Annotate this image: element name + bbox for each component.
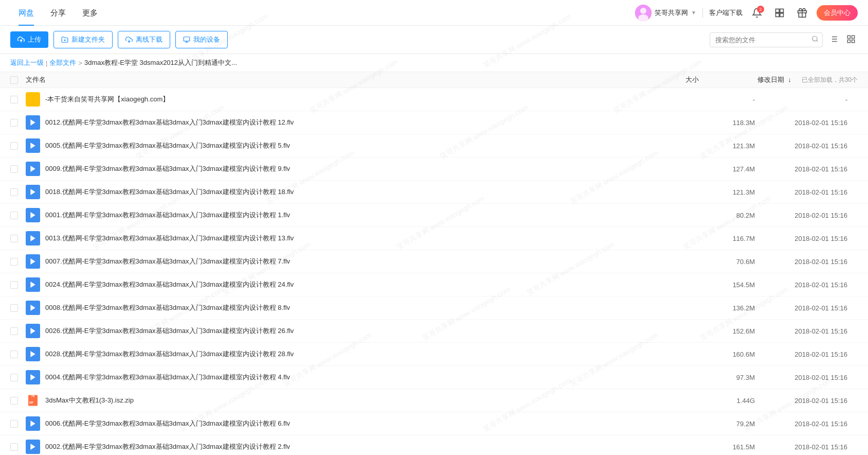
row-check[interactable] [10, 235, 26, 242]
file-size: - [683, 96, 755, 103]
file-row[interactable]: 0018.优酷网-E学堂3dmax教程3dmax基础3dmax入门3dmax建模… [0, 181, 868, 204]
nav-item-wangpan[interactable]: 网盘 [10, 0, 42, 26]
row-checkbox[interactable] [10, 281, 18, 289]
svg-marker-52 [30, 421, 35, 427]
row-check[interactable] [10, 374, 26, 381]
file-row[interactable]: 0013.优酷网-E学堂3dmax教程3dmax基础3dmax入门3dmax建模… [0, 227, 868, 250]
header-check[interactable] [10, 76, 26, 84]
row-checkbox[interactable] [10, 235, 18, 242]
search-wrap [710, 32, 823, 47]
row-check[interactable] [10, 165, 26, 173]
video-icon [26, 231, 40, 246]
row-check[interactable] [10, 327, 26, 335]
row-check[interactable] [10, 142, 26, 150]
row-check[interactable] [10, 304, 26, 312]
file-row[interactable]: 0007.优酷网-E学堂3dmax教程3dmax基础3dmax入门3dmax建模… [0, 250, 868, 273]
row-checkbox[interactable] [10, 304, 18, 312]
file-list-container: -本干货来自笑哥共享网【xiaogegh.com】 ··· - - [0, 88, 868, 455]
header-date[interactable]: 修改日期 ↓ [699, 75, 802, 84]
file-name: 0028.优酷网-E学堂3dmax教程3dmax基础3dmax入门3dmax建模… [45, 349, 683, 359]
row-check[interactable] [10, 351, 26, 358]
row-checkbox[interactable] [10, 212, 18, 219]
file-row[interactable]: 0006.优酷网-E学堂3dmax教程3dmax基础3dmax入门3dmax建模… [0, 412, 868, 435]
file-row[interactable]: 0026.优酷网-E学堂3dmax教程3dmax基础3dmax入门3dmax建模… [0, 320, 868, 343]
new-folder-btn[interactable]: 新建文件夹 [53, 31, 113, 48]
search-icon[interactable] [811, 36, 819, 44]
notification-btn[interactable]: 2 [749, 5, 765, 21]
row-check[interactable] [10, 96, 26, 103]
row-checkbox[interactable] [10, 119, 18, 127]
file-row[interactable]: ZIP 3dsMax中文教程1(3-3).isz.zip 1.44G 2018-… [0, 389, 868, 412]
file-date: 2018-02-01 15:16 [755, 212, 858, 219]
row-checkbox[interactable] [10, 96, 18, 103]
member-center-btn[interactable]: 会员中心 [817, 5, 858, 21]
file-date: 2018-02-01 15:16 [755, 351, 858, 358]
search-input[interactable] [710, 32, 823, 47]
file-name: 0001.优酷网-E学堂3dmax教程3dmax基础3dmax入门3dmax建模… [45, 211, 683, 220]
nav-item-more[interactable]: 更多 [74, 0, 106, 26]
offline-download-btn[interactable]: 离线下载 [118, 31, 170, 48]
file-manager-btn[interactable] [771, 5, 788, 21]
sort-view-btn[interactable] [827, 32, 840, 47]
video-icon [26, 185, 40, 199]
row-checkbox[interactable] [10, 188, 18, 196]
nav-item-share[interactable]: 分享 [42, 0, 74, 26]
row-check[interactable] [10, 212, 26, 219]
file-date: 2018-02-01 15:16 [755, 304, 858, 312]
user-area[interactable]: 笑哥共享网 ▼ [635, 5, 696, 21]
file-row[interactable]: 0008.优酷网-E学堂3dmax教程3dmax基础3dmax入门3dmax建模… [0, 296, 868, 320]
video-icon [26, 324, 40, 338]
row-checkbox[interactable] [10, 420, 18, 428]
file-row[interactable]: 0028.优酷网-E学堂3dmax教程3dmax基础3dmax入门3dmax建模… [0, 343, 868, 366]
file-date: 2018-02-01 15:16 [755, 374, 858, 381]
back-link[interactable]: 返回上一级 [10, 58, 44, 67]
row-check[interactable] [10, 443, 26, 451]
row-check[interactable] [10, 119, 26, 127]
file-size: 121.3M [683, 188, 755, 196]
file-name: 0005.优酷网-E学堂3dmax教程3dmax基础3dmax入门3dmax建模… [45, 141, 683, 150]
file-size: 1.44G [683, 397, 755, 405]
file-row[interactable]: 0024.优酷网-E学堂3dmax教程3dmax基础3dmax入门3dmax建模… [0, 273, 868, 296]
file-name: 0013.优酷网-E学堂3dmax教程3dmax基础3dmax入门3dmax建模… [45, 234, 683, 243]
sort-icon: ↓ [788, 76, 791, 83]
svg-marker-43 [30, 328, 35, 334]
file-date: - [755, 96, 858, 103]
file-row[interactable]: 0005.优酷网-E学堂3dmax教程3dmax基础3dmax入门3dmax建模… [0, 134, 868, 157]
svg-marker-38 [30, 212, 35, 218]
file-row[interactable]: 0009.优酷网-E学堂3dmax教程3dmax基础3dmax入门3dmax建模… [0, 157, 868, 181]
row-checkbox[interactable] [10, 258, 18, 266]
file-row[interactable]: 0002.优酷网-E学堂3dmax教程3dmax基础3dmax入门3dmax建模… [0, 435, 868, 455]
svg-rect-51 [31, 397, 33, 398]
file-row[interactable]: 0001.优酷网-E学堂3dmax教程3dmax基础3dmax入门3dmax建模… [0, 204, 868, 227]
row-checkbox[interactable] [10, 443, 18, 451]
row-check[interactable] [10, 281, 26, 289]
video-icon [26, 301, 40, 315]
select-all-checkbox[interactable] [10, 76, 18, 84]
row-checkbox[interactable] [10, 142, 18, 150]
svg-line-17 [817, 40, 818, 42]
row-checkbox[interactable] [10, 165, 18, 173]
file-name: 0009.优酷网-E学堂3dmax教程3dmax基础3dmax入门3dmax建模… [45, 164, 683, 173]
row-checkbox[interactable] [10, 351, 18, 358]
row-check[interactable] [10, 397, 26, 405]
file-row[interactable]: 0012.优酷网-E学堂3dmax教程3dmax基础3dmax入门3dmax建模… [0, 111, 868, 134]
client-download-link[interactable]: 客户端下载 [709, 8, 743, 18]
row-check[interactable] [10, 420, 26, 428]
file-date: 2018-02-01 15:16 [755, 281, 858, 289]
file-date: 2018-02-01 15:16 [755, 443, 858, 451]
grid-view-btn[interactable] [844, 32, 858, 47]
upload-btn[interactable]: 上传 [10, 31, 48, 48]
video-icon [26, 138, 40, 153]
file-row[interactable]: 0004.优酷网-E学堂3dmax教程3dmax基础3dmax入门3dmax建模… [0, 366, 868, 389]
my-device-btn[interactable]: 我的设备 [175, 31, 228, 48]
row-check[interactable] [10, 188, 26, 196]
file-row[interactable]: -本干货来自笑哥共享网【xiaogegh.com】 ··· - - [0, 88, 868, 111]
svg-rect-26 [852, 40, 855, 42]
row-checkbox[interactable] [10, 397, 18, 405]
row-check[interactable] [10, 258, 26, 266]
gift-btn[interactable] [794, 5, 810, 21]
svg-marker-37 [30, 189, 35, 195]
all-files-link[interactable]: 全部文件 [49, 58, 76, 67]
row-checkbox[interactable] [10, 374, 18, 381]
row-checkbox[interactable] [10, 327, 18, 335]
